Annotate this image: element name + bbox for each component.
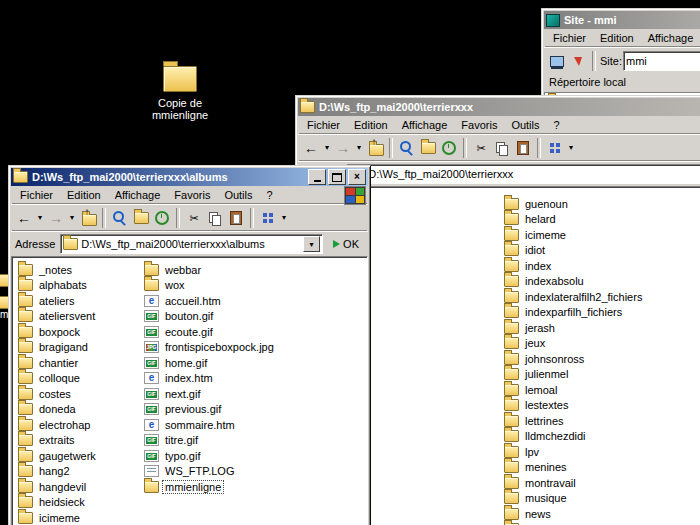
- file-item[interactable]: menines: [504, 460, 644, 476]
- file-item[interactable]: jerash: [504, 320, 644, 336]
- menu-item[interactable]: Edition: [60, 187, 108, 203]
- file-item[interactable]: next.gif: [144, 386, 276, 402]
- paste-button[interactable]: [513, 137, 533, 159]
- views-button[interactable]: [545, 137, 565, 159]
- chevron-down-icon[interactable]: ▾: [303, 236, 320, 252]
- menu-item[interactable]: Fichier: [13, 187, 60, 203]
- up-button[interactable]: ↑: [78, 207, 98, 229]
- titlebar[interactable]: D:\Ws_ftp_mai2000\terrierxxx\albums ×: [11, 168, 368, 186]
- file-item[interactable]: doneda: [18, 402, 98, 418]
- file-item[interactable]: boxpock: [18, 324, 98, 340]
- file-item[interactable]: previous.gif: [144, 402, 276, 418]
- file-item[interactable]: montravail: [504, 475, 644, 491]
- file-item[interactable]: indexparfilh_fichiers: [504, 305, 644, 321]
- file-item[interactable]: idiot: [504, 243, 644, 259]
- maximize-button[interactable]: [328, 169, 346, 185]
- menu-item[interactable]: Favoris: [167, 187, 217, 203]
- forward-dropdown[interactable]: ▾: [354, 137, 364, 159]
- file-item[interactable]: musique: [504, 491, 644, 507]
- file-item[interactable]: hang2: [18, 464, 98, 480]
- file-item[interactable]: lpv: [504, 444, 644, 460]
- file-item[interactable]: ateliersvent: [18, 309, 98, 325]
- menu-item[interactable]: Edition: [593, 30, 641, 46]
- cut-button[interactable]: ✂: [471, 137, 491, 159]
- address-input[interactable]: D:\Ws_ftp_mai2000\terrierxxx ▾: [347, 164, 700, 184]
- file-item[interactable]: WS_FTP.LOG: [144, 464, 276, 480]
- menu-item[interactable]: Favoris: [454, 117, 504, 133]
- file-item[interactable]: frontispiceboxpock.jpg: [144, 340, 276, 356]
- file-item[interactable]: lldmchezdidi: [504, 429, 644, 445]
- file-item[interactable]: mmienligne: [144, 479, 276, 495]
- address-input[interactable]: D:\Ws_ftp_mai2000\terrierxxx\albums ▾: [60, 234, 323, 254]
- file-item[interactable]: costes: [18, 386, 98, 402]
- file-item[interactable]: index.htm: [144, 371, 276, 387]
- history-button[interactable]: [439, 137, 459, 159]
- file-item[interactable]: notonecte: [504, 522, 644, 525]
- connect-button[interactable]: [547, 50, 567, 72]
- file-item[interactable]: icimeme: [18, 510, 98, 525]
- file-item[interactable]: indexlateralfilh2_fichiers: [504, 289, 644, 305]
- up-button[interactable]: ↑: [365, 137, 385, 159]
- copy-button[interactable]: [492, 137, 512, 159]
- forward-button[interactable]: →: [333, 137, 353, 159]
- file-item[interactable]: home.gif: [144, 355, 276, 371]
- file-item[interactable]: alphabats: [18, 278, 98, 294]
- minimize-button[interactable]: [308, 169, 326, 185]
- file-item[interactable]: typo.gif: [144, 448, 276, 464]
- file-item[interactable]: hangdevil: [18, 479, 98, 495]
- file-item[interactable]: johnsonross: [504, 351, 644, 367]
- menu-item[interactable]: Edition: [347, 117, 395, 133]
- cut-button[interactable]: ✂: [184, 207, 204, 229]
- file-item[interactable]: lestextes: [504, 398, 644, 414]
- file-item[interactable]: webbar: [144, 262, 276, 278]
- file-item[interactable]: julienmel: [504, 367, 644, 383]
- close-button[interactable]: ×: [348, 169, 366, 185]
- forward-button[interactable]: →: [46, 207, 66, 229]
- file-item[interactable]: titre.gif: [144, 433, 276, 449]
- file-item[interactable]: lettrines: [504, 413, 644, 429]
- menu-item[interactable]: ?: [260, 187, 280, 203]
- folders-button[interactable]: [418, 137, 438, 159]
- file-item[interactable]: chantier: [18, 355, 98, 371]
- file-item[interactable]: lemoal: [504, 382, 644, 398]
- menu-item[interactable]: Affichage: [108, 187, 168, 203]
- file-item[interactable]: gaugetwerk: [18, 448, 98, 464]
- file-item[interactable]: ateliers: [18, 293, 98, 309]
- menu-item[interactable]: Outils: [504, 117, 546, 133]
- quick-connect-button[interactable]: [568, 50, 588, 72]
- back-button[interactable]: ←: [14, 207, 34, 229]
- file-item[interactable]: colloque: [18, 371, 98, 387]
- menu-item[interactable]: ?: [547, 117, 567, 133]
- go-button[interactable]: OK: [328, 234, 364, 254]
- history-button[interactable]: [152, 207, 172, 229]
- file-item[interactable]: sommaire.htm: [144, 417, 276, 433]
- menu-item[interactable]: Fichier: [546, 30, 593, 46]
- file-item[interactable]: wox: [144, 278, 276, 294]
- file-item[interactable]: news: [504, 506, 644, 522]
- file-item[interactable]: jeux: [504, 336, 644, 352]
- file-item[interactable]: indexabsolu: [504, 274, 644, 290]
- file-item[interactable]: guenoun: [504, 196, 644, 212]
- menu-item[interactable]: Outils: [217, 187, 259, 203]
- back-dropdown[interactable]: ▾: [35, 207, 45, 229]
- menu-item[interactable]: Fichier: [300, 117, 347, 133]
- views-button[interactable]: [258, 207, 278, 229]
- back-dropdown[interactable]: ▾: [322, 137, 332, 159]
- site-select[interactable]: mmi ▾: [623, 51, 700, 71]
- paste-button[interactable]: [226, 207, 246, 229]
- file-item[interactable]: accueil.htm: [144, 293, 276, 309]
- file-item[interactable]: bouton.gif: [144, 309, 276, 325]
- file-item[interactable]: _notes: [18, 262, 98, 278]
- file-item[interactable]: index: [504, 258, 644, 274]
- views-dropdown[interactable]: ▾: [566, 137, 576, 159]
- file-item[interactable]: ecoute.gif: [144, 324, 276, 340]
- titlebar[interactable]: D:\Ws_ftp_mai2000\terrierxxx ×: [298, 98, 700, 116]
- desktop-icon-copie-de-mmienligne[interactable]: Copie de mmienligne: [138, 66, 222, 121]
- file-item[interactable]: icimeme: [504, 227, 644, 243]
- search-button[interactable]: [110, 207, 130, 229]
- folders-button[interactable]: [131, 207, 151, 229]
- file-item[interactable]: bragigand: [18, 340, 98, 356]
- file-item[interactable]: extraits: [18, 433, 98, 449]
- file-item[interactable]: electrohap: [18, 417, 98, 433]
- file-item[interactable]: heidsieck: [18, 495, 98, 511]
